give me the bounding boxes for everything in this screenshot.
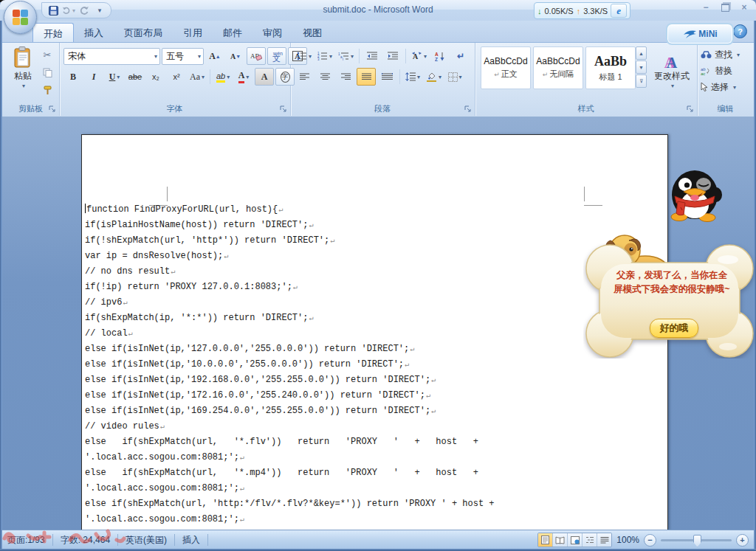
code-line[interactable]: var ip = dnsResolve(host);↵ — [85, 249, 495, 264]
font-size-combo[interactable]: 五号▾ — [162, 48, 204, 65]
numbering-button[interactable]: 123▾ — [315, 47, 334, 65]
change-styles-button[interactable]: A 更改样式 ▾ — [650, 46, 693, 99]
style-card-3[interactable]: AaBb标题 1 — [585, 46, 636, 89]
internet-explorer-icon[interactable]: e — [611, 4, 627, 18]
cut-button[interactable]: ✂ — [39, 47, 55, 62]
style-card-1[interactable]: AaBbCcDd↵正文 — [481, 46, 531, 89]
find-button[interactable]: 查找▾ — [701, 48, 740, 61]
status-insert-mode[interactable]: 插入 — [175, 534, 208, 546]
increase-indent-button[interactable] — [383, 47, 402, 65]
copy-button[interactable] — [39, 65, 55, 80]
align-left-button[interactable] — [295, 68, 314, 86]
format-painter-button[interactable] — [39, 83, 55, 97]
restore-button[interactable] — [719, 2, 731, 13]
code-line[interactable]: '.local.acc.sogou.com:8081;';↵ — [85, 512, 495, 527]
status-page[interactable]: 页面:1/93 — [0, 534, 53, 546]
qq-pet-penguin[interactable] — [664, 165, 725, 223]
pet-dialog-bone[interactable] — [583, 243, 756, 358]
sort-button[interactable]: AZ — [430, 47, 450, 65]
paragraph-dialog-launcher[interactable] — [464, 105, 473, 114]
bullets-button[interactable]: ▾ — [295, 47, 314, 65]
customize-qat-button[interactable]: ▾ — [93, 4, 106, 16]
style-gallery-more-button[interactable]: ⊽ — [636, 74, 647, 88]
code-line[interactable]: else if(shExpMatch(url, '*.mp4')) return… — [85, 465, 495, 481]
decrease-indent-button[interactable] — [362, 47, 382, 65]
character-shading-button[interactable]: A — [255, 68, 274, 86]
text-highlight-button[interactable]: ab▾ — [213, 68, 233, 86]
zoom-slider-thumb[interactable] — [693, 535, 701, 547]
code-line[interactable]: else if(isInNet(ip,'127.0.0.0','255.0.0.… — [85, 342, 495, 357]
mini-mode-button[interactable]: MiNi — [666, 23, 734, 45]
draft-view-button[interactable] — [597, 533, 611, 547]
code-line[interactable]: else if(isInNet(ip,'169.254.0.0','255.25… — [85, 403, 495, 419]
undo-button[interactable]: ▾ — [62, 4, 75, 16]
paste-button[interactable]: 粘贴 ▾ — [7, 46, 39, 100]
shading-button[interactable]: ▾ — [424, 68, 444, 86]
change-case-button[interactable]: Aa▾ — [188, 68, 207, 86]
clear-formatting-button[interactable]: AB — [247, 47, 266, 65]
style-scroll-down-button[interactable]: ▼ — [636, 60, 647, 74]
borders-button[interactable]: ▾ — [445, 68, 464, 86]
code-line[interactable]: // ipv6↵ — [85, 295, 495, 311]
tab-insert[interactable]: 插入 — [74, 23, 114, 42]
web-layout-view-button[interactable] — [568, 533, 583, 547]
help-button[interactable]: ? — [733, 24, 747, 38]
shrink-font-button[interactable]: A▼ — [226, 47, 245, 65]
redo-button[interactable] — [78, 4, 91, 16]
save-button[interactable] — [47, 4, 60, 16]
pet-ok-button[interactable]: 好的哦 — [650, 319, 698, 338]
tab-references[interactable]: 引用 — [173, 23, 213, 42]
strikethrough-button[interactable]: abe — [126, 68, 145, 86]
superscript-button[interactable]: x² — [167, 68, 186, 86]
code-line[interactable]: '.local.acc.sogou.com:8081;';↵ — [85, 450, 495, 465]
font-color-button[interactable]: A▾ — [234, 68, 253, 86]
distribute-button[interactable] — [377, 68, 396, 86]
underline-button[interactable]: U▾ — [105, 68, 124, 86]
code-line[interactable]: else if(isInNet(ip,'10.0.0.0','255.0.0.0… — [85, 357, 495, 372]
print-layout-view-button[interactable] — [538, 533, 553, 547]
align-center-button[interactable] — [315, 68, 334, 86]
justify-button[interactable] — [357, 68, 376, 86]
show-hide-marks-button[interactable]: ↵ — [451, 47, 470, 65]
zoom-in-button[interactable]: + — [736, 534, 749, 547]
code-line[interactable]: // no dns result↵ — [85, 264, 495, 280]
office-button[interactable] — [4, 1, 37, 34]
tab-view[interactable]: 视图 — [292, 23, 332, 42]
select-button[interactable]: 选择▾ — [701, 80, 736, 94]
font-name-combo[interactable]: 宋体▾ — [63, 48, 160, 65]
styles-dialog-launcher[interactable] — [687, 105, 695, 114]
zoom-level[interactable]: 100% — [616, 535, 639, 545]
font-dialog-launcher[interactable] — [280, 105, 289, 114]
close-button[interactable]: × — [738, 2, 750, 13]
fullscreen-reading-view-button[interactable] — [553, 533, 568, 547]
code-line[interactable]: if(isPlainHostName(host)) return 'DIRECT… — [85, 218, 495, 233]
italic-button[interactable]: I — [84, 68, 103, 86]
replace-button[interactable]: abac 替换 — [701, 64, 732, 77]
align-right-button[interactable] — [336, 68, 355, 86]
line-spacing-button[interactable]: ▾ — [403, 68, 422, 86]
network-speed-widget[interactable]: ↓ 0.05K/S ↑ 3.3K/S e — [534, 2, 630, 19]
code-line[interactable]: else if(shExpMatch(url, 'http:*/flv/*.fl… — [85, 496, 495, 512]
tab-page-layout[interactable]: 页面布局 — [114, 23, 173, 42]
zoom-slider-track[interactable] — [661, 539, 732, 541]
bold-button[interactable]: B — [63, 68, 83, 86]
clipboard-dialog-launcher[interactable] — [49, 105, 58, 114]
status-word-count[interactable]: 字数: 24,464 — [53, 534, 118, 546]
subscript-button[interactable]: x₂ — [146, 68, 165, 86]
style-card-2[interactable]: AaBbCcDd↵无间隔 — [533, 46, 583, 89]
status-language[interactable]: 英语(美国) — [118, 534, 175, 546]
tab-review[interactable]: 审阅 — [252, 23, 292, 42]
code-line[interactable]: else if(isInNet(ip,'172.16.0.0','255.240… — [85, 388, 495, 403]
phonetic-guide-button[interactable]: wén文 — [267, 47, 286, 65]
code-line[interactable]: if(!ip) return 'PROXY 127.0.0.1:8083;';↵ — [85, 280, 495, 295]
code-line[interactable]: function FindProxyForURL(url, host){↵ — [85, 202, 495, 218]
asian-layout-button[interactable]: A▾ — [409, 47, 429, 65]
code-line[interactable]: // video rules↵ — [85, 419, 495, 434]
tab-mailings[interactable]: 邮件 — [213, 23, 252, 42]
code-line[interactable]: '.local.acc.sogou.com:8081;';↵ — [85, 481, 495, 496]
minimize-button[interactable]: − — [700, 2, 712, 13]
grow-font-button[interactable]: A▲ — [205, 47, 224, 65]
tab-home[interactable]: 开始 — [32, 23, 74, 42]
multilevel-list-button[interactable]: 1ai▾ — [336, 47, 356, 65]
outline-view-button[interactable] — [583, 533, 597, 547]
